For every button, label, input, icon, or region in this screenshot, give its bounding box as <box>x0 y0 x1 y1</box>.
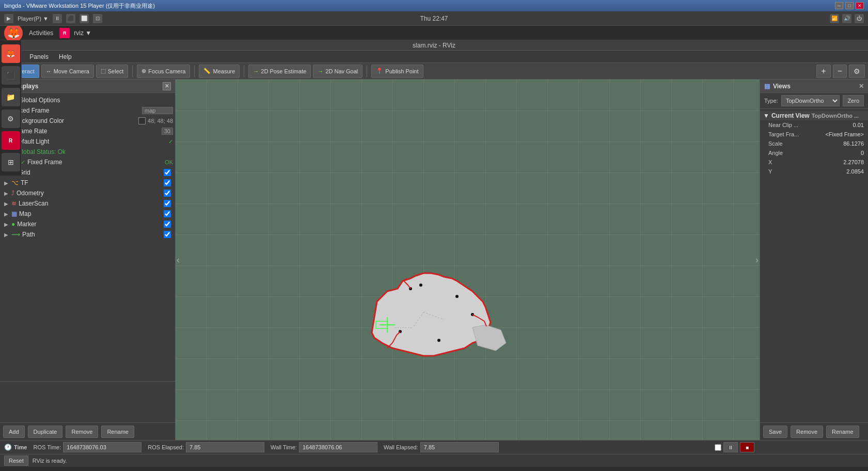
marker-checkbox[interactable] <box>164 221 171 228</box>
wall-time-field[interactable] <box>299 442 377 452</box>
move-camera-button[interactable]: ↔ Move Camera <box>41 65 94 78</box>
sys-action2-icon[interactable]: ⬜ <box>80 14 89 23</box>
marker-arrow[interactable]: ▶ <box>4 222 11 227</box>
select-button[interactable]: ⬚ Select <box>96 65 129 78</box>
marker-item[interactable]: ▶ ● Marker <box>0 219 175 229</box>
left-sidebar: ▤ Displays ✕ ▼ ⚙ Global Options Fixed Fr… <box>0 80 176 440</box>
angle-value[interactable]: 0 <box>861 150 864 156</box>
sys-pause-icon[interactable]: ⏸ <box>53 14 62 23</box>
close-button[interactable]: ✕ <box>856 2 864 9</box>
dock-apps[interactable]: ⊞ <box>2 153 20 171</box>
remove-view-button[interactable]: Remove <box>791 426 823 438</box>
save-view-button[interactable]: Save <box>763 426 787 438</box>
global-status-item[interactable]: ▼ ✓ Global Status: Ok <box>0 147 175 157</box>
duplicate-display-button[interactable]: Duplicate <box>28 426 63 438</box>
vmware-icon: ▶ <box>4 14 13 23</box>
views-buttons: Save Remove Rename <box>760 422 868 440</box>
path-item[interactable]: ▶ ⟿ Path <box>0 229 175 240</box>
reset-button[interactable]: Reset <box>4 456 28 466</box>
rename-view-button[interactable]: Rename <box>826 426 859 438</box>
dock-settings[interactable]: ⚙ <box>2 109 20 128</box>
nav-goal-button[interactable]: → 2D Nav Goal <box>313 65 362 78</box>
y-value[interactable]: 2.0854 <box>846 168 864 175</box>
map-checkbox[interactable] <box>164 210 171 217</box>
ros-elapsed-field[interactable] <box>186 442 264 452</box>
svg-text:- - - - - - -: - - - - - - - <box>395 325 412 329</box>
views-type-select[interactable]: TopDownOrtho <box>781 95 840 106</box>
viewport-arrow-right[interactable]: › <box>755 255 759 265</box>
wall-elapsed-field[interactable] <box>420 442 499 452</box>
tf-arrow[interactable]: ▶ <box>4 180 11 186</box>
sys-action1-icon[interactable]: ⬛ <box>66 14 75 23</box>
laserscan-item[interactable]: ▶ ≋ LaserScan <box>0 198 175 209</box>
status-message: RViz is ready. <box>33 458 67 464</box>
odometry-arrow[interactable]: ▶ <box>4 191 11 196</box>
measure-button[interactable]: 📏 Measure <box>199 65 240 78</box>
map-arrow[interactable]: ▶ <box>4 211 11 217</box>
path-checkbox[interactable] <box>164 231 171 238</box>
rviz-app-label[interactable]: R rviz ▼ <box>59 28 91 38</box>
playback-checkbox[interactable] <box>715 444 721 451</box>
map-item[interactable]: ▶ ▦ Map <box>0 209 175 219</box>
player-label[interactable]: Player(P) ▼ <box>18 15 49 22</box>
dock-rviz[interactable]: R <box>2 131 20 150</box>
pause-button[interactable]: ⏸ <box>723 442 738 452</box>
toolbar-separator-3 <box>244 66 244 77</box>
laserscan-checkbox[interactable] <box>164 200 171 207</box>
svg-point-9 <box>455 295 459 298</box>
grid-label: Grid <box>19 169 164 176</box>
displays-close-button[interactable]: ✕ <box>163 82 171 90</box>
near-clip-value[interactable]: 0.01 <box>853 122 864 128</box>
fixed-frame-value[interactable]: map <box>142 107 173 114</box>
frame-rate-value[interactable]: 30 <box>162 128 173 135</box>
add-view-button[interactable]: + <box>816 65 830 78</box>
tf-item[interactable]: ▶ ⌥ TF <box>0 178 175 188</box>
odometry-item[interactable]: ▶ ⤴ Odometry <box>0 188 175 198</box>
viewport-arrow-left[interactable]: ‹ <box>177 255 180 265</box>
odometry-checkbox[interactable] <box>164 190 171 197</box>
tf-checkbox[interactable] <box>164 179 171 186</box>
dock-files[interactable]: 📁 <box>2 88 20 106</box>
dock-firefox[interactable]: 🦊 <box>2 44 20 63</box>
current-view-type: TopDownOrtho ... <box>812 113 859 119</box>
minimize-button[interactable]: ─ <box>835 2 843 9</box>
remove-display-button[interactable]: Remove <box>66 426 98 438</box>
ros-time-field[interactable] <box>63 442 141 452</box>
grid-item[interactable]: ▶ ⊞ Grid <box>0 167 175 178</box>
dock-terminal[interactable]: ⬛ <box>2 66 20 85</box>
right-sidebar: ▤ Views ✕ Type: TopDownOrtho Zero ▼ Curr… <box>760 80 868 440</box>
ros-time-group: ROS Time: <box>33 442 141 452</box>
stop-button[interactable]: ■ <box>740 442 754 452</box>
publish-point-button[interactable]: 📍 Publish Point <box>371 65 423 78</box>
bg-color-swatch[interactable] <box>138 117 146 124</box>
views-zero-button[interactable]: Zero <box>843 95 864 106</box>
pose-estimate-button[interactable]: → 2D Pose Estimate <box>248 65 311 78</box>
rviz-window-title-bar: slam.rviz - RViz <box>0 40 868 51</box>
sys-action3-icon[interactable]: ⊡ <box>93 14 102 23</box>
menu-panels[interactable]: Panels <box>24 52 54 61</box>
x-value[interactable]: 2.27078 <box>843 159 864 165</box>
subtract-view-button[interactable]: − <box>833 65 847 78</box>
firefox-icon[interactable]: 🦊 <box>4 24 23 42</box>
map-canvas: - - - - - - - <box>320 240 532 374</box>
center-viewport[interactable]: - - - - - - - ‹ › <box>176 80 760 440</box>
current-view-header[interactable]: ▼ Current View TopDownOrtho ... <box>760 111 868 120</box>
maximize-button[interactable]: □ <box>845 2 854 9</box>
views-close-button[interactable]: ✕ <box>859 83 864 90</box>
move-camera-icon: ↔ <box>46 68 52 74</box>
displays-tree: ▼ ⚙ Global Options Fixed Frame map Backg… <box>0 93 175 381</box>
default-light-checkbox[interactable]: ✓ <box>168 138 173 145</box>
menu-help[interactable]: Help <box>54 52 77 61</box>
grid-checkbox[interactable] <box>164 169 171 176</box>
path-arrow[interactable]: ▶ <box>4 232 11 238</box>
settings-button[interactable]: ⚙ <box>849 65 865 78</box>
target-frame-value[interactable]: <Fixed Frame> <box>825 131 864 137</box>
global-options-item[interactable]: ▼ ⚙ Global Options <box>0 95 175 105</box>
scale-value[interactable]: 86.1276 <box>843 140 864 147</box>
map-label: Map <box>19 210 164 217</box>
laserscan-arrow[interactable]: ▶ <box>4 201 11 207</box>
focus-camera-button[interactable]: ⊕ Focus Camera <box>137 65 190 78</box>
rename-display-button[interactable]: Rename <box>101 426 134 438</box>
activities-label[interactable]: Activities <box>29 29 53 37</box>
add-display-button[interactable]: Add <box>3 426 25 438</box>
